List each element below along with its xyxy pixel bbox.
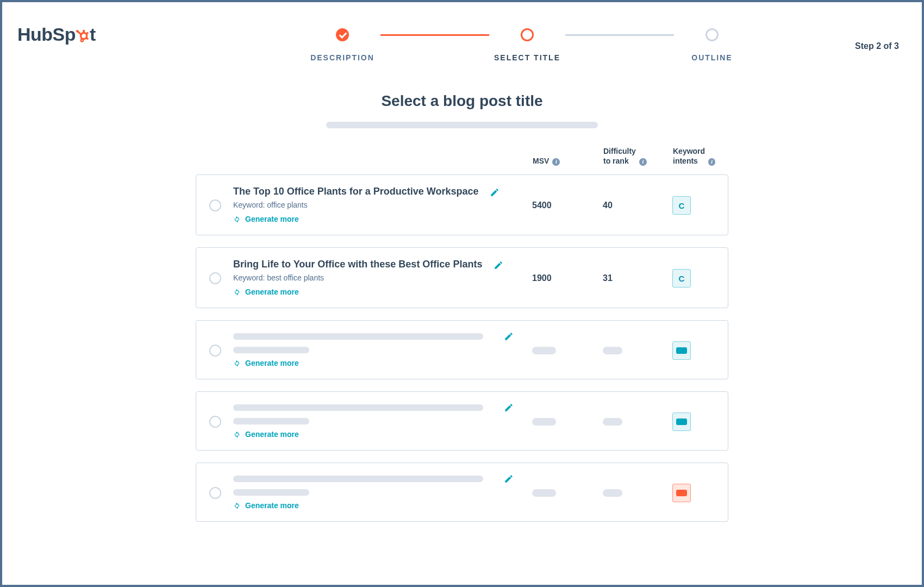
intent-chip-icon bbox=[676, 490, 687, 496]
intent-badge bbox=[672, 413, 691, 431]
refresh-icon bbox=[233, 359, 241, 367]
svg-line-3 bbox=[86, 38, 88, 39]
step-label: SELECT TITLE bbox=[494, 53, 560, 62]
title-option-row[interactable]: Generate more bbox=[196, 320, 728, 379]
difficulty-skeleton bbox=[603, 489, 622, 497]
keyword-skeleton bbox=[233, 489, 309, 496]
option-keyword: Keyword: best office plants bbox=[233, 273, 520, 282]
app-frame: HubSp t DESCRIPTION bbox=[0, 0, 924, 587]
info-icon[interactable]: i bbox=[552, 158, 560, 166]
stepper-connector bbox=[380, 34, 489, 36]
title-option-row[interactable]: Generate more bbox=[196, 463, 728, 522]
info-icon[interactable]: i bbox=[639, 158, 647, 166]
stepper: DESCRIPTION SELECT TITLE OUTLINE bbox=[148, 24, 907, 62]
title-skeleton bbox=[233, 476, 483, 482]
logo-text-sp: Sp bbox=[53, 24, 76, 45]
title-option-row[interactable]: The Top 10 Office Plants for a Productiv… bbox=[196, 174, 728, 235]
stepper-connector bbox=[565, 34, 674, 36]
option-keyword: Keyword: office plants bbox=[233, 201, 520, 209]
difficulty-value: 31 bbox=[603, 273, 648, 283]
header-msv: MSV i bbox=[533, 147, 579, 166]
difficulty-skeleton bbox=[603, 418, 622, 426]
option-metrics bbox=[532, 484, 715, 502]
svg-point-7 bbox=[83, 30, 85, 32]
subtitle-skeleton bbox=[326, 122, 598, 128]
svg-point-5 bbox=[76, 30, 79, 33]
title-option-row[interactable]: Generate more bbox=[196, 391, 728, 451]
info-icon[interactable]: i bbox=[708, 158, 715, 166]
logo-text-t: t bbox=[90, 24, 96, 45]
generate-more-button[interactable]: Generate more bbox=[233, 359, 299, 367]
pencil-icon[interactable] bbox=[504, 403, 514, 413]
intent-badge: C bbox=[672, 196, 691, 215]
step-circle-icon bbox=[521, 28, 534, 41]
generate-more-label: Generate more bbox=[245, 359, 299, 367]
pencil-icon[interactable] bbox=[504, 332, 514, 341]
step-select-title[interactable]: SELECT TITLE bbox=[489, 28, 565, 62]
intent-badge: C bbox=[672, 269, 691, 288]
intent-chip-icon bbox=[676, 347, 687, 354]
option-title: The Top 10 Office Plants for a Productiv… bbox=[233, 186, 478, 197]
header-intent-label-1: Keyword bbox=[673, 147, 705, 155]
msv-skeleton bbox=[532, 418, 556, 426]
title-option-row[interactable]: Bring Life to Your Office with these Bes… bbox=[196, 247, 728, 308]
header-diff-label-1: Difficulty bbox=[603, 147, 636, 155]
option-main: Generate more bbox=[233, 474, 520, 511]
refresh-icon bbox=[233, 430, 241, 438]
step-description[interactable]: DESCRIPTION bbox=[304, 28, 380, 62]
title-options-table: MSV i Difficulty to rank i Keyword inten… bbox=[196, 147, 728, 522]
logo-sprocket-icon bbox=[76, 24, 90, 45]
step-outline[interactable]: OUTLINE bbox=[674, 28, 750, 62]
msv-skeleton bbox=[532, 489, 556, 497]
intent-badge bbox=[672, 484, 691, 502]
header-intent-label-2: intents bbox=[673, 157, 698, 165]
msv-value: 5400 bbox=[532, 201, 579, 210]
top-bar: HubSp t DESCRIPTION bbox=[17, 24, 907, 62]
radio-input[interactable] bbox=[209, 416, 221, 428]
step-label: DESCRIPTION bbox=[310, 53, 374, 62]
refresh-icon bbox=[233, 215, 241, 223]
header-difficulty: Difficulty to rank i bbox=[603, 147, 649, 166]
svg-line-2 bbox=[86, 33, 88, 34]
pencil-icon[interactable] bbox=[490, 188, 500, 197]
option-main: Generate more bbox=[233, 332, 520, 369]
option-metrics: 1900 31 C bbox=[532, 269, 715, 288]
radio-input[interactable] bbox=[209, 272, 221, 284]
keyword-skeleton bbox=[233, 418, 309, 424]
generate-more-button[interactable]: Generate more bbox=[233, 215, 299, 223]
header-diff-label-2: to rank bbox=[603, 157, 629, 165]
title-skeleton bbox=[233, 404, 483, 411]
keyword-skeleton bbox=[233, 347, 309, 353]
radio-input[interactable] bbox=[209, 199, 221, 211]
generate-more-button[interactable]: Generate more bbox=[233, 288, 299, 296]
step-circle-icon bbox=[706, 28, 719, 41]
title-skeleton bbox=[233, 333, 483, 340]
option-metrics bbox=[532, 341, 715, 360]
difficulty-skeleton bbox=[603, 347, 622, 354]
intent-badge bbox=[672, 341, 691, 360]
header-intent: Keyword intents i bbox=[673, 147, 715, 166]
intent-chip-icon bbox=[676, 419, 687, 425]
msv-skeleton bbox=[532, 347, 556, 354]
column-headers: MSV i Difficulty to rank i Keyword inten… bbox=[196, 147, 728, 166]
option-metrics: 5400 40 C bbox=[532, 196, 715, 215]
svg-point-6 bbox=[81, 39, 83, 41]
page-title: Select a blog post title bbox=[17, 92, 907, 110]
generate-more-label: Generate more bbox=[245, 215, 299, 223]
generate-more-button[interactable]: Generate more bbox=[233, 501, 299, 510]
step-label: OUTLINE bbox=[691, 53, 732, 62]
generate-more-label: Generate more bbox=[245, 288, 299, 296]
check-icon bbox=[336, 28, 349, 41]
difficulty-value: 40 bbox=[603, 201, 648, 210]
header-msv-label: MSV bbox=[533, 157, 549, 166]
generate-more-button[interactable]: Generate more bbox=[233, 430, 299, 439]
pencil-icon[interactable] bbox=[494, 260, 503, 270]
msv-value: 1900 bbox=[532, 273, 579, 283]
radio-input[interactable] bbox=[209, 345, 221, 357]
option-title: Bring Life to Your Office with these Bes… bbox=[233, 259, 482, 270]
pencil-icon[interactable] bbox=[504, 474, 514, 484]
option-metrics bbox=[532, 413, 715, 431]
option-main: Bring Life to Your Office with these Bes… bbox=[233, 259, 520, 298]
radio-input[interactable] bbox=[209, 487, 221, 499]
generate-more-label: Generate more bbox=[245, 501, 299, 510]
